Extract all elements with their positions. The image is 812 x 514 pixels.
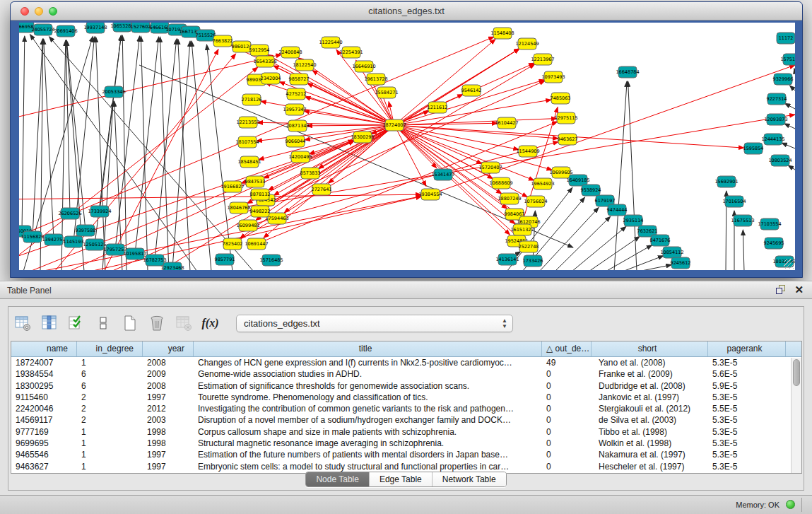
column-header-in_degree[interactable]: in_degree <box>77 341 143 356</box>
graph-node-label: 19613728 <box>364 76 387 82</box>
vertical-scrollbar[interactable] <box>791 358 801 473</box>
select-rows-button[interactable] <box>66 314 86 333</box>
graph-node-label: 11548408 <box>490 30 514 36</box>
graph-edge <box>788 165 795 170</box>
tab-edge-table[interactable]: Edge Table <box>370 472 433 486</box>
table-cell: 1 <box>77 438 143 449</box>
table-cell: 5.6E-5 <box>708 368 786 380</box>
table-cell: 2012 <box>143 403 194 414</box>
network-canvas[interactable]: 1669582405572420691406199371481065328715… <box>19 23 795 270</box>
row-height-button[interactable] <box>93 314 112 333</box>
resize-grip[interactable] <box>784 259 794 269</box>
minimize-window-button[interactable] <box>35 7 43 16</box>
table-row[interactable]: 1938455462009Genome-wide association stu… <box>11 368 801 380</box>
graph-node-label: 1211612 <box>428 105 448 110</box>
table-select[interactable]: citations_edges.txt ▲▼ <box>236 315 513 332</box>
graph-edge <box>22 36 25 231</box>
graph-node-label: 6179197 <box>595 198 616 204</box>
scrollbar-thumb[interactable] <box>793 359 800 386</box>
table-cell: 0 <box>542 449 592 460</box>
graph-edge <box>178 39 190 270</box>
delete-column-button[interactable] <box>147 314 166 333</box>
graph-node-label: 8878132 <box>250 192 271 197</box>
graph-edge <box>638 265 671 270</box>
table-tabs: Node TableEdge TableNetwork Table <box>305 472 506 487</box>
table-cell: Jankovic et al. (1997) <box>592 392 708 403</box>
tab-node-table[interactable]: Node Table <box>306 472 370 486</box>
graph-node-label: 2522748 <box>519 244 539 250</box>
column-header-short[interactable]: short <box>592 341 708 356</box>
table-cell: 5.3E-5 <box>708 414 786 426</box>
new-column-button[interactable] <box>120 314 139 333</box>
function-builder-button[interactable]: f(x) <box>201 314 220 333</box>
table-cell: 9463627 <box>11 461 77 472</box>
delete-table-button[interactable] <box>174 314 193 333</box>
table-cell: 49 <box>542 357 592 368</box>
graph-node-label: 1145193 <box>64 239 84 245</box>
graph-node-label: 20871343 <box>286 123 309 129</box>
graph-node-label: 9245695 <box>764 240 784 246</box>
table-row[interactable]: 1872400712008Changes of HCN gene express… <box>11 357 801 368</box>
graph-node-label: 11544909 <box>516 148 539 154</box>
graph-node-label: 9397588 <box>76 228 96 233</box>
column-header-name[interactable]: name <box>11 341 77 356</box>
graph-node-label: 12975115 <box>554 115 577 121</box>
table-cell: 1 <box>77 449 143 460</box>
table-cell: 2 <box>77 403 143 414</box>
table-row[interactable]: 946554611997Estimation of the future num… <box>11 449 801 460</box>
table-row[interactable]: 1456911722003Disruption of a novel membe… <box>11 414 801 426</box>
table-row[interactable]: 977716911998Corpus callosum shape and si… <box>11 426 801 438</box>
tab-network-table[interactable]: Network Table <box>433 472 506 486</box>
graph-node-label: 8471676 <box>650 238 671 243</box>
table-cell: 1997 <box>143 461 194 472</box>
table-cell: Nakamura et al. (1997) <box>592 449 708 460</box>
graph-node-label: 10973493 <box>541 74 565 80</box>
graph-node-label: 17103554 <box>758 221 781 227</box>
graph-node-label: 2935114 <box>623 218 644 223</box>
table-panel-title: Table Panel <box>0 281 812 300</box>
graph-node-label: 10195817 <box>123 251 146 257</box>
table-cell: Disruption of a novel member of a sodium… <box>194 414 542 426</box>
graph-edge <box>572 226 626 270</box>
table-row[interactable]: 946362711997Embryonic stem cells: a mode… <box>11 461 801 472</box>
table-row[interactable]: 2242004622012Investigating the contribut… <box>11 403 801 414</box>
show-columns-button[interactable] <box>40 314 59 333</box>
table-cell: 1 <box>77 461 143 472</box>
table-cell: 9465546 <box>11 449 77 460</box>
table-cell: Yano et al. (2008) <box>592 357 708 368</box>
graph-node-label: 20053346 <box>102 89 125 95</box>
window-titlebar[interactable]: citations_edges.txt <box>11 2 802 21</box>
table-cell: 5.3E-5 <box>708 438 786 449</box>
table-mode-button[interactable] <box>13 314 32 333</box>
table-cell: 2 <box>77 414 143 426</box>
graph-edge <box>172 41 190 268</box>
graph-node-label: 12093873 <box>764 117 787 122</box>
column-header-title[interactable]: title <box>194 341 542 356</box>
close-window-button[interactable] <box>20 7 29 16</box>
table-cell: 5.3E-5 <box>708 392 786 403</box>
table-cell: 9115460 <box>11 392 77 403</box>
table-cell: Investigating the contribution of common… <box>194 403 542 414</box>
table-cell: 5.9E-5 <box>708 380 786 392</box>
graph-node-label: 18300295 <box>351 134 374 140</box>
table-row[interactable]: 1830029562008Estimation of significance … <box>11 380 801 392</box>
graph-node-label: 2727641 <box>312 187 332 192</box>
close-panel-icon[interactable]: ✕ <box>794 285 804 295</box>
column-header-pagerank[interactable]: pagerank <box>708 341 786 356</box>
graph-node-label: 9245612 <box>671 260 691 266</box>
column-header-year[interactable]: year <box>143 341 194 356</box>
graph-node-label: 11156829 <box>20 234 44 240</box>
zoom-window-button[interactable] <box>49 7 57 16</box>
table-cell: 0 <box>542 461 592 472</box>
float-panel-icon[interactable] <box>776 285 786 295</box>
table-row[interactable]: 911546021997Tourette syndrome. Phenomeno… <box>11 392 801 403</box>
graph-node-label: 11675513 <box>731 218 754 223</box>
graph-node-label: 18107554 <box>235 139 259 145</box>
status-bar: Memory: OK <box>0 495 812 514</box>
graph-node-label: 17594463 <box>265 216 288 221</box>
graph-node-label: 9857791 <box>215 257 235 262</box>
table-row[interactable]: 969969511998Structural magnetic resonanc… <box>11 438 801 449</box>
column-header-out_de[interactable]: △ out_de… <box>542 341 592 356</box>
table-cell: Tourette syndrome. Phenomenology and cla… <box>194 392 542 403</box>
table-cell: 5.3E-5 <box>708 461 786 472</box>
